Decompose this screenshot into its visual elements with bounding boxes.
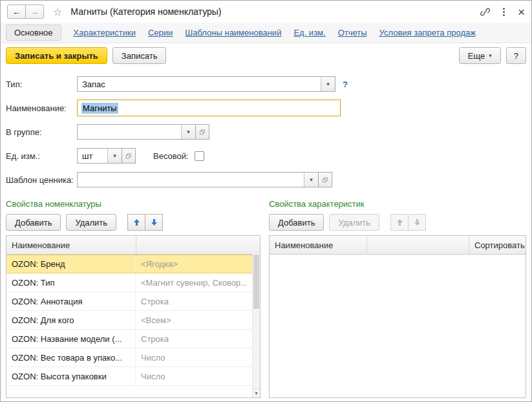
type-combobox[interactable]: Запас ▾ (77, 76, 335, 92)
property-value-cell: Строка (136, 330, 252, 348)
group-combobox[interactable]: ▾ (77, 124, 196, 140)
section-tab[interactable]: Основное (6, 25, 61, 41)
back-button[interactable]: ← (7, 5, 26, 19)
name-row: Наименование: Магниты (6, 100, 526, 116)
save-and-close-button[interactable]: Записать и закрыть (6, 47, 107, 64)
property-name-cell: OZON: Высота упаковки (6, 367, 136, 385)
table-row[interactable]: OZON: Вес товара в упако... Число (6, 348, 252, 367)
characteristic-properties-table: Наименование Сортировать (269, 235, 526, 398)
price-template-combobox[interactable]: ▾ (77, 172, 319, 187)
scrollbar-thumb[interactable] (253, 255, 259, 309)
price-template-row: Шаблон ценника: ▾ (6, 171, 526, 188)
property-value-cell: <Всем> (136, 311, 252, 329)
favorite-star-icon[interactable]: ☆ (53, 6, 62, 18)
price-template-dropdown-icon[interactable]: ▾ (304, 173, 318, 187)
move-up-button[interactable] (390, 214, 409, 231)
more-button-label: Еще (468, 51, 485, 61)
arrow-down-icon (151, 218, 158, 226)
table-row[interactable]: OZON: Название модели (... Строка (6, 330, 252, 348)
open-windows-icon (200, 129, 205, 136)
group-dropdown-icon[interactable]: ▾ (181, 125, 195, 139)
unit-label: Ед. изм.: (6, 151, 77, 161)
reorder-buttons (127, 214, 163, 231)
table-row[interactable]: OZON: Высота упаковки Число (6, 367, 252, 386)
help-button[interactable]: ? (506, 47, 526, 64)
chevron-down-icon: ▾ (489, 52, 492, 59)
property-name-cell: OZON: Бренд (6, 255, 136, 273)
arrow-up-icon (133, 218, 140, 226)
property-value-cell: Число (136, 348, 252, 366)
command-bar: Записать и закрыть Записать Еще ▾ ? (1, 43, 531, 68)
weight-label: Весовой: (153, 151, 189, 161)
section-tab[interactable]: Шаблоны наименований (185, 28, 281, 37)
window-title: Магниты (Категория номенклатуры) (70, 6, 221, 17)
section-tabs: Основное Характеристики Серии Шаблоны на… (1, 23, 531, 43)
price-template-open-button[interactable] (318, 172, 332, 187)
nomenclature-properties-title: Свойства номенклатуры (6, 199, 261, 209)
column-header-name[interactable]: Наименование (6, 236, 136, 254)
type-help-link[interactable]: ? (343, 79, 348, 89)
arrow-down-icon (414, 218, 421, 226)
property-sections: Свойства номенклатуры Добавить Удалить (1, 195, 531, 398)
open-windows-icon (323, 176, 328, 184)
column-header-value[interactable] (367, 236, 469, 254)
main-form: Тип: Запас ▾ ? Наименование: Магниты В г… (1, 68, 531, 188)
characteristic-properties-toolbar: Добавить Удалить (269, 214, 526, 231)
more-button[interactable]: Еще ▾ (459, 47, 501, 64)
add-characteristic-button[interactable]: Добавить (269, 214, 324, 231)
column-header-name[interactable]: Наименование (270, 236, 367, 254)
vertical-scrollbar[interactable]: ▾ (252, 254, 260, 397)
nomenclature-properties-table: Наименование OZON: Бренд <Ягодка> OZON: … (6, 235, 261, 398)
unit-dropdown-icon[interactable]: ▾ (107, 149, 122, 163)
unit-open-button[interactable] (122, 148, 136, 164)
delete-characteristic-button[interactable]: Удалить (329, 214, 379, 231)
price-template-value (78, 173, 304, 187)
forward-button[interactable]: → (25, 5, 44, 19)
characteristic-properties-section: Свойства характеристик Добавить Удалить (269, 195, 526, 398)
add-property-button[interactable]: Добавить (6, 214, 61, 231)
app-window: ← → ☆ Магниты (Категория номенклатуры) ×… (0, 0, 532, 402)
table-row[interactable]: OZON: Бренд <Ягодка> (6, 255, 252, 273)
kebab-menu-icon[interactable] (500, 6, 507, 17)
group-open-button[interactable] (195, 124, 209, 140)
table-row[interactable]: OZON: Тип <Магнит сувенир, Сковор... (6, 273, 252, 292)
section-tab[interactable]: Отчеты (338, 28, 367, 37)
type-value: Запас (78, 77, 321, 91)
name-selected-text: Магниты (81, 103, 118, 114)
name-input[interactable]: Магниты (77, 100, 341, 116)
reorder-buttons-disabled (390, 214, 426, 231)
column-header-value[interactable] (136, 236, 260, 254)
nomenclature-properties-toolbar: Добавить Удалить (6, 214, 261, 231)
weight-checkbox[interactable] (195, 151, 204, 161)
title-bar: ← → ☆ Магниты (Категория номенклатуры) × (1, 1, 531, 23)
save-button[interactable]: Записать (112, 47, 167, 64)
close-icon[interactable]: × (518, 6, 525, 18)
nomenclature-properties-section: Свойства номенклатуры Добавить Удалить (6, 195, 261, 398)
delete-property-button[interactable]: Удалить (66, 214, 116, 231)
property-name-cell: OZON: Тип (6, 273, 136, 291)
type-label: Тип: (6, 79, 77, 89)
table-body: OZON: Бренд <Ягодка> OZON: Тип <Магнит с… (6, 255, 260, 386)
move-up-button[interactable] (127, 214, 145, 231)
section-tab[interactable]: Серии (148, 28, 173, 37)
command-bar-right: Еще ▾ ? (459, 47, 526, 64)
move-down-button[interactable] (145, 214, 163, 231)
characteristic-properties-title: Свойства характеристик (269, 199, 526, 209)
section-tab[interactable]: Условия запрета продаж (379, 28, 476, 37)
property-name-cell: OZON: Вес товара в упако... (6, 348, 136, 366)
group-row: В группе: ▾ (6, 123, 526, 140)
arrow-up-icon (396, 218, 403, 226)
get-link-icon[interactable] (480, 7, 490, 17)
section-tab[interactable]: Характеристики (74, 28, 136, 37)
property-value-cell: Строка (136, 292, 252, 310)
column-header-sort[interactable]: Сортировать (469, 236, 526, 254)
unit-combobox[interactable]: шт ▾ (77, 148, 122, 164)
scrollbar-down-icon[interactable]: ▾ (253, 388, 260, 397)
move-down-button[interactable] (408, 214, 426, 231)
table-row[interactable]: OZON: Для кого <Всем> (6, 311, 252, 330)
property-name-cell: OZON: Аннотация (6, 292, 136, 310)
table-row[interactable]: OZON: Аннотация Строка (6, 292, 252, 311)
property-value-cell: Число (136, 367, 252, 385)
section-tab[interactable]: Ед. изм. (293, 28, 325, 37)
type-dropdown-icon[interactable]: ▾ (321, 77, 335, 91)
